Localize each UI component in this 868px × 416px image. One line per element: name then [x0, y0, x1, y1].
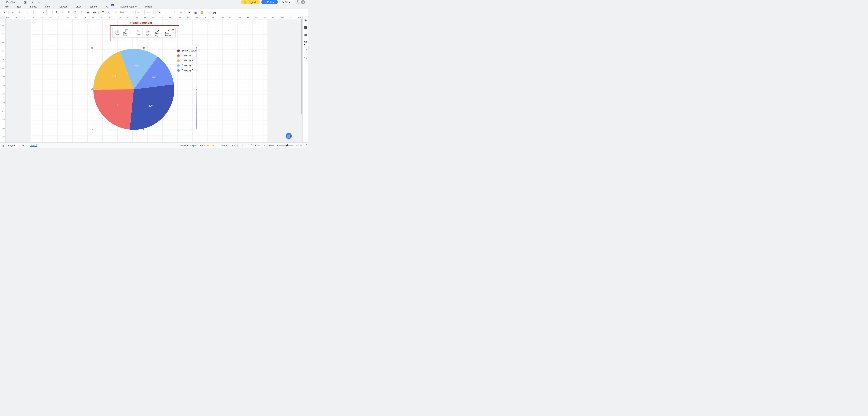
underline-icon[interactable]: U — [66, 10, 72, 15]
fill-icon[interactable]: ◇ — [106, 10, 112, 15]
menu-search[interactable]: Search Feature — [120, 5, 137, 8]
arrow-dropdown[interactable]: ⟶ — [146, 10, 154, 15]
play-icon[interactable]: ▷ — [263, 144, 265, 147]
zoom-slider[interactable]: − — [277, 144, 293, 147]
text-tool-icon[interactable]: T — [100, 10, 105, 15]
line-style-dropdown[interactable]: — — [128, 10, 135, 15]
menu-symbol[interactable]: Symbol — [89, 5, 97, 8]
pie-icon: ◔ — [157, 29, 160, 32]
comment-panel-icon[interactable]: 💬 — [304, 41, 308, 45]
history-panel-icon[interactable]: ↻ — [304, 56, 307, 60]
ruler-h-tick: -20 — [6, 17, 9, 18]
lock-icon[interactable]: 🔒 — [199, 10, 205, 15]
ruler-h-tick: 290 — [272, 17, 275, 18]
menu-view[interactable]: View — [75, 5, 81, 8]
menu-layout[interactable]: Layout — [60, 5, 67, 8]
font-size-dropdown[interactable] — [46, 10, 53, 15]
pages-panel-icon[interactable]: ▥ — [2, 144, 5, 147]
legend-button[interactable]: 📈 Legend — [143, 27, 153, 37]
resize-handle-se[interactable] — [196, 129, 197, 130]
resize-handle-ne[interactable] — [196, 47, 197, 49]
align-icon[interactable]: ≡ — [86, 10, 91, 15]
menu-plugin[interactable]: Plugin — [145, 5, 152, 8]
effects-icon[interactable]: ✦ — [187, 10, 192, 15]
vertical-align-icon[interactable]: ≣▾ — [92, 10, 97, 15]
legend-item: Category 2 — [177, 54, 196, 57]
zoom-percent[interactable]: 141% — [268, 144, 273, 147]
publish-button[interactable]: ✈ Publish — [261, 0, 278, 4]
expand-button[interactable]: Expand — [204, 144, 211, 147]
page-tab[interactable]: Page-1 — [30, 144, 37, 147]
fill-panel-icon[interactable]: ◈ — [304, 18, 307, 22]
undo-icon[interactable]: ↶ — [10, 10, 15, 15]
chart-type-label: Type — [115, 33, 119, 35]
line-weight-dropdown[interactable]: ━ — [137, 10, 145, 15]
ruler-v-tick: 120 — [2, 93, 4, 95]
format-painter-icon[interactable]: ✎ — [25, 10, 30, 15]
crop-icon[interactable]: ◧ — [193, 10, 198, 15]
bold-icon[interactable]: B — [54, 10, 59, 15]
chat-bubble-button[interactable]: 🤖 — [286, 133, 292, 139]
italic-icon[interactable]: I — [60, 10, 65, 15]
pie-chart[interactable]: 120100220180150 — [93, 48, 174, 130]
chart-floating-toolbar: 📌 📊 Type 📋▾ Manage Data ✎ Style 📈 Legend — [113, 27, 176, 37]
font-color-icon[interactable]: A — [73, 10, 78, 15]
export-icon[interactable]: ⇱ — [31, 1, 33, 4]
scrollbar-vertical[interactable] — [301, 19, 302, 114]
distribute-icon[interactable]: ⊞ — [178, 10, 183, 15]
image-panel-icon[interactable]: 🖼 — [304, 26, 307, 29]
bring-front-icon[interactable]: ▣ — [157, 10, 162, 15]
avatar[interactable]: S — [301, 0, 305, 4]
collapse-panel-icon[interactable]: ≡ — [306, 138, 307, 141]
data-tag-button[interactable]: ◔ Data tag — [153, 27, 163, 37]
tools-icon[interactable]: ✕ — [206, 10, 211, 15]
share-button[interactable]: ⇆ Share — [279, 0, 294, 4]
align-objects-icon[interactable]: ⫯ — [172, 10, 177, 15]
star-icon[interactable]: ☆ — [38, 1, 40, 4]
redo-icon[interactable]: ↷ — [17, 10, 22, 15]
grid-panel-icon[interactable]: ⊞ — [304, 33, 307, 37]
upgrade-button[interactable]: 🛒 Upgrade — [241, 0, 260, 4]
canvas[interactable]: Floating toolbar 📌 📊 Type 📋▾ Manage Data… — [5, 19, 303, 142]
manage-data-button[interactable]: 📋▾ Manage Data — [121, 27, 134, 37]
expand-caret-icon[interactable]: ◆ — [213, 144, 214, 147]
avatar-caret-icon[interactable]: ▾ — [306, 1, 307, 3]
fit-icon[interactable]: ⛶ — [305, 144, 307, 147]
chart-bar-icon: 📊 — [115, 30, 119, 33]
chart-type-button[interactable]: 📊 Type — [113, 27, 121, 37]
resize-handle-w[interactable] — [91, 88, 93, 90]
menu-ai[interactable]: AIhot — [106, 5, 112, 8]
focus-button[interactable]: ⛶ Focus — [251, 144, 260, 147]
ruler-h-tick: 80 — [92, 17, 94, 18]
canvas-page[interactable]: Floating toolbar 📌 📊 Type 📋▾ Manage Data… — [31, 19, 268, 142]
resize-handle-nw[interactable] — [91, 47, 93, 49]
menu-select[interactable]: Select — [30, 5, 36, 8]
pie-slice[interactable] — [93, 89, 134, 130]
page-dropdown-label: Page-1 — [8, 144, 15, 147]
notes-panel-icon[interactable]: 📄 — [304, 49, 308, 53]
page-dropdown[interactable]: Page-1 — [6, 143, 19, 147]
line-color-icon[interactable]: ✎ — [113, 10, 118, 15]
send-back-icon[interactable]: ▢ — [163, 10, 168, 15]
chart-legend: Sector's valueCategory 2Category 3Catego… — [177, 49, 196, 74]
panel-toggle-icon[interactable]: » — [2, 10, 7, 15]
save-icon[interactable]: ▣ — [24, 1, 27, 4]
chart-style-button[interactable]: ✎ Style — [134, 27, 143, 37]
menu-file[interactable]: File — [5, 5, 8, 8]
menu-insert[interactable]: Insert — [45, 5, 51, 8]
layers-icon[interactable]: ⬚ — [242, 144, 244, 147]
zoom-out-icon[interactable]: − — [277, 144, 278, 147]
help-icon[interactable]: ? — [296, 0, 300, 4]
resize-handle-e[interactable] — [196, 88, 197, 90]
shape-id-value: 105 — [232, 144, 235, 147]
menu-edit[interactable]: Edit — [17, 5, 21, 8]
presentation-icon[interactable]: ▦ — [212, 10, 217, 15]
clear-format-icon[interactable]: T — [79, 10, 84, 15]
resize-handle-sw[interactable] — [91, 129, 93, 130]
add-page-button[interactable]: + — [22, 144, 24, 147]
connector-icon[interactable]: ↯▾ — [119, 10, 124, 15]
font-dropdown[interactable] — [33, 10, 45, 15]
ruler-v-tick: 130 — [2, 102, 4, 103]
data-format-button[interactable]: ⟨⟩ Data Format — [163, 27, 175, 37]
back-icon[interactable]: ‹ — [2, 1, 5, 4]
